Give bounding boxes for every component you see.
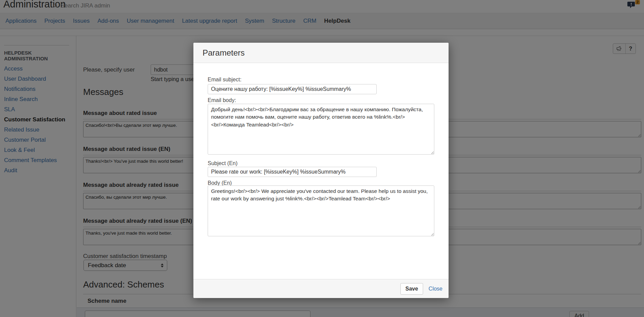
dialog-footer: Save Close xyxy=(193,279,449,298)
email-subject-label: Email subject: xyxy=(208,77,242,83)
dialog-title: Parameters xyxy=(203,48,245,58)
email-subject-input[interactable] xyxy=(208,84,377,94)
dialog-header: Parameters xyxy=(193,43,449,63)
close-button[interactable]: Close xyxy=(429,286,442,292)
subject-en-label: Subject (En) xyxy=(208,160,238,166)
save-button[interactable]: Save xyxy=(400,283,423,295)
dialog-body: Email subject: Email body: Добрый день!<… xyxy=(193,63,449,279)
subject-en-input[interactable] xyxy=(208,167,377,177)
email-body-label: Email body: xyxy=(208,97,236,103)
jira-admin-page: Administration 2 Applications Projects I… xyxy=(0,0,644,317)
email-body-textarea[interactable]: Добрый день!<br/><br/>Благодарим вас за … xyxy=(208,104,434,155)
parameters-dialog: Parameters Email subject: Email body: До… xyxy=(193,43,449,298)
body-en-textarea[interactable]: Greetings!<br/><br/> We appreciate you'v… xyxy=(208,185,434,236)
